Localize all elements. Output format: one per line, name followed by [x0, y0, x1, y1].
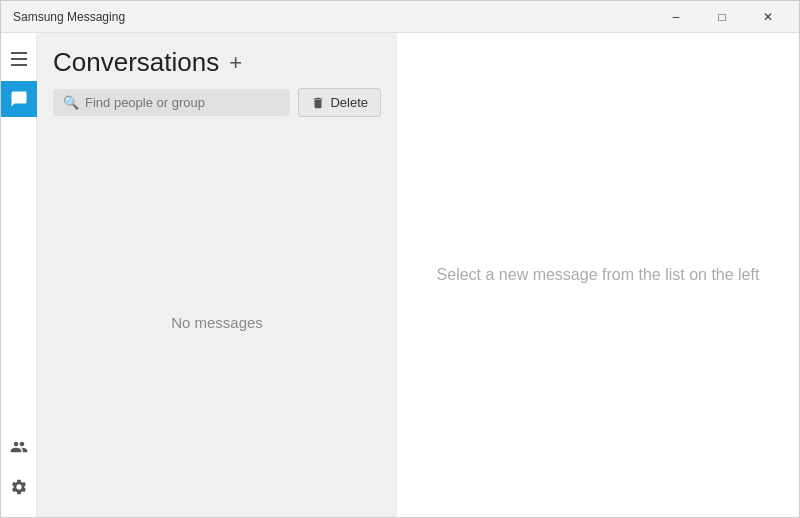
- hamburger-line-2: [11, 58, 27, 60]
- conversations-sidebar-button[interactable]: [1, 81, 37, 117]
- hamburger-line-1: [11, 52, 27, 54]
- settings-icon: [10, 478, 28, 496]
- maximize-button[interactable]: □: [699, 1, 745, 33]
- no-messages-area: No messages: [37, 127, 397, 517]
- chat-icon: [10, 90, 28, 108]
- search-bar: 🔍 Delete: [37, 88, 397, 127]
- hamburger-button[interactable]: [1, 41, 37, 77]
- icon-sidebar: [1, 33, 37, 517]
- delete-button[interactable]: Delete: [298, 88, 381, 117]
- no-messages-text: No messages: [171, 314, 263, 331]
- delete-label: Delete: [330, 95, 368, 110]
- app-body: Conversations + 🔍 Delete No messages Sel…: [1, 33, 799, 517]
- minimize-button[interactable]: –: [653, 1, 699, 33]
- app-title: Samsung Messaging: [13, 10, 125, 24]
- contacts-icon: [10, 438, 28, 456]
- search-icon: 🔍: [63, 95, 79, 110]
- sidebar-top: [1, 41, 36, 117]
- left-panel-header: Conversations +: [37, 33, 397, 88]
- conversations-title: Conversations: [53, 47, 219, 78]
- right-panel: Select a new message from the list on th…: [397, 33, 799, 517]
- search-input[interactable]: [85, 95, 280, 110]
- window-controls: – □ ✕: [653, 1, 791, 33]
- title-bar: Samsung Messaging – □ ✕: [1, 1, 799, 33]
- search-input-wrapper[interactable]: 🔍: [53, 89, 290, 116]
- trash-icon: [311, 96, 325, 110]
- settings-button[interactable]: [1, 469, 37, 505]
- empty-state-text: Select a new message from the list on th…: [437, 266, 760, 284]
- hamburger-line-3: [11, 64, 27, 66]
- contacts-button[interactable]: [1, 429, 37, 465]
- sidebar-bottom-icons: [1, 429, 37, 505]
- left-panel: Conversations + 🔍 Delete No messages: [37, 33, 397, 517]
- close-button[interactable]: ✕: [745, 1, 791, 33]
- add-conversation-button[interactable]: +: [227, 52, 244, 74]
